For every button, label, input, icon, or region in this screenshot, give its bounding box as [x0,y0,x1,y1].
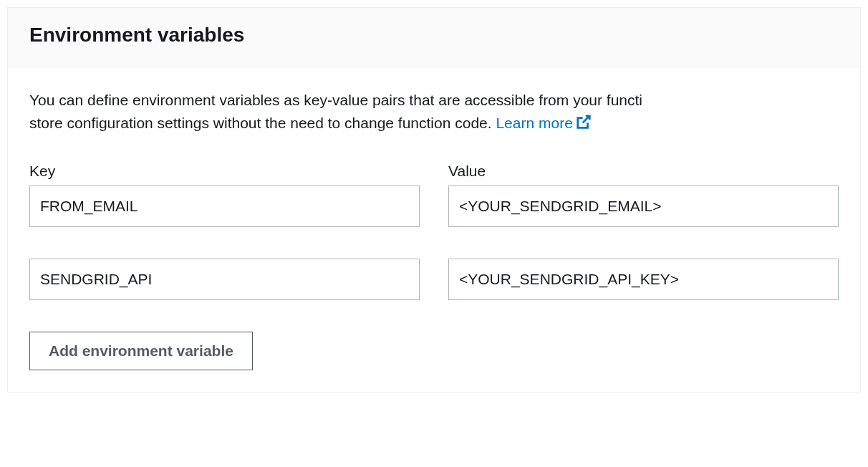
env-value-input-0[interactable] [448,186,839,227]
panel-body: You can define environment variables as … [8,67,860,392]
key-column-label: Key [29,163,420,180]
add-environment-variable-button[interactable]: Add environment variable [29,332,253,370]
learn-more-label: Learn more [496,115,572,131]
env-key-input-1[interactable] [29,259,420,300]
panel-header: Environment variables [8,8,860,67]
value-column-label: Value [448,163,839,180]
learn-more-link[interactable]: Learn more [496,115,591,131]
panel-description: You can define environment variables as … [29,89,839,135]
env-key-input-0[interactable] [29,186,420,227]
panel-title: Environment variables [29,24,839,47]
environment-variables-panel: Environment variables You can define env… [7,7,861,393]
description-text-1: You can define environment variables as … [29,92,642,108]
value-column: Value [448,163,839,332]
external-link-icon [576,113,592,136]
description-text-2: store configuration settings without the… [29,115,496,131]
key-column: Key [29,163,420,332]
env-var-columns: Key Value [29,163,839,332]
env-value-input-1[interactable] [448,259,839,300]
